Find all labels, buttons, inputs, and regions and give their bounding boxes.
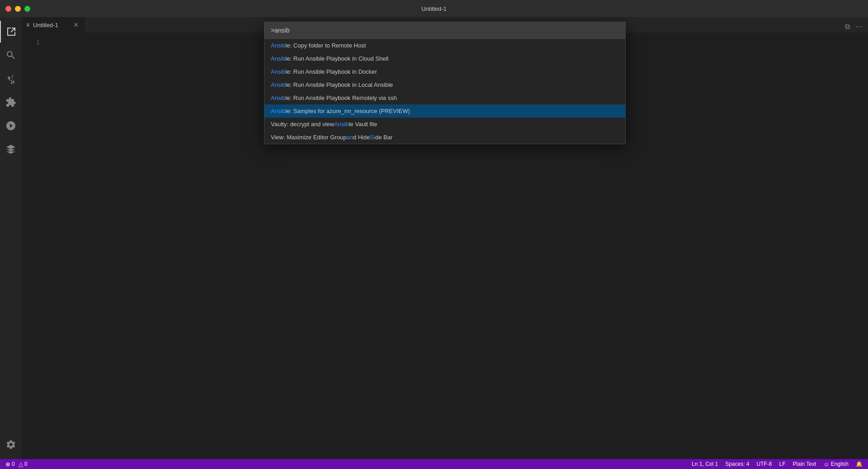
result-item-1[interactable]: Ansible: Run Ansible Playbook in Cloud S… [264, 52, 625, 65]
result-highlight-7b: Si [370, 134, 375, 141]
run-debug-activity-icon[interactable] [0, 115, 22, 137]
command-palette-overlay: Ansible: Copy folder to Remote Host Ansi… [22, 17, 868, 459]
result-highlight-0: Ansib [271, 42, 286, 49]
status-notifications[interactable]: 🔔 [852, 459, 866, 469]
language-text: Plain Text [793, 461, 816, 467]
status-errors[interactable]: ⊗ 0 △ 0 [2, 459, 31, 469]
extensions-activity-icon[interactable] [0, 91, 22, 113]
command-palette: Ansible: Copy folder to Remote Host Ansi… [264, 22, 626, 144]
status-bar-right: Ln 1, Col 1 Spaces: 4 UTF-8 LF Plain Tex… [688, 459, 868, 469]
result-plain-7b: d Hide [353, 134, 370, 141]
result-highlight-4: Ansib [271, 95, 286, 101]
result-highlight-7a: an [346, 134, 353, 141]
result-item-7[interactable]: View: Maximize Editor Group and Hide Sid… [264, 131, 625, 144]
encoding-text: UTF-8 [757, 461, 772, 467]
error-icon: ⊗ [5, 461, 10, 468]
main-container: ≡ Untitled-1 ✕ ⧉ ⋯ Ansible: Copy folder … [0, 17, 868, 459]
close-button[interactable] [5, 6, 11, 12]
window-title: Untitled-1 [421, 5, 447, 12]
result-item-5[interactable]: Ansible: Samples for azure_rm_resource (… [264, 104, 625, 118]
result-item-3[interactable]: Ansible: Run Ansible Playbook in Local A… [264, 78, 625, 91]
result-suffix-4: le: Run Ansible Playbook Remotely via ss… [286, 95, 397, 101]
locale-text: English [831, 461, 849, 467]
editor-area: ≡ Untitled-1 ✕ ⧉ ⋯ Ansible: Copy folder … [22, 17, 868, 459]
result-highlight-3: Ansib [271, 81, 286, 88]
status-encoding[interactable]: UTF-8 [753, 459, 776, 469]
result-plain-6a: Vaulty: decrypt and view [271, 121, 334, 128]
result-highlight-5: Ansib [271, 108, 286, 114]
traffic-lights [5, 6, 30, 12]
activity-bar-bottom [0, 434, 22, 459]
search-activity-icon[interactable] [0, 44, 22, 66]
result-highlight-1: Ansib [271, 55, 286, 62]
status-bar-left: ⊗ 0 △ 0 [0, 459, 31, 469]
status-locale[interactable]: ☺ English [820, 459, 852, 469]
status-spaces[interactable]: Spaces: 4 [722, 459, 753, 469]
result-suffix-0: le: Copy folder to Remote Host [286, 42, 366, 49]
position-text: Ln 1, Col 1 [692, 461, 718, 467]
result-item-6[interactable]: Vaulty: decrypt and view Ansible Vault f… [264, 118, 625, 131]
result-item-4[interactable]: Ansible: Run Ansible Playbook Remotely v… [264, 91, 625, 104]
result-suffix-3: le: Run Ansible Playbook in Local Ansibl… [286, 81, 393, 88]
command-palette-results: Ansible: Copy folder to Remote Host Ansi… [264, 39, 625, 144]
status-language[interactable]: Plain Text [789, 459, 820, 469]
result-plain-7a: View: Maximize Editor Group [271, 134, 346, 141]
result-plain-7c: de Bar [375, 134, 392, 141]
result-item-0[interactable]: Ansible: Copy folder to Remote Host [264, 39, 625, 52]
warning-icon: △ [19, 461, 23, 468]
source-control-activity-icon[interactable] [0, 68, 22, 90]
title-bar: Untitled-1 [0, 0, 868, 17]
explorer-activity-icon[interactable] [0, 21, 22, 43]
error-count: 0 [12, 461, 15, 467]
status-position[interactable]: Ln 1, Col 1 [688, 459, 722, 469]
result-suffix-1: le: Run Ansible Playbook in Cloud Shell [286, 55, 389, 62]
result-highlight-6: Ansib [334, 121, 349, 128]
warning-count: 0 [24, 461, 28, 467]
status-bar: ⊗ 0 △ 0 Ln 1, Col 1 Spaces: 4 UTF-8 LF P… [0, 459, 868, 469]
result-suffix-5: le: Samples for azure_rm_resource (PREVI… [286, 108, 410, 114]
status-line-ending[interactable]: LF [776, 459, 789, 469]
result-highlight-2: Ansib [271, 68, 286, 75]
result-item-2[interactable]: Ansible: Run Ansible Playbook in Docker [264, 65, 625, 78]
activity-bar-top [0, 21, 22, 434]
spaces-text: Spaces: 4 [725, 461, 749, 467]
locale-icon: ☺ [823, 461, 829, 468]
command-palette-input-wrapper [264, 22, 625, 39]
remote-activity-icon[interactable] [0, 138, 22, 160]
line-ending-text: LF [779, 461, 786, 467]
activity-bar [0, 17, 22, 459]
settings-activity-icon[interactable] [0, 434, 22, 455]
maximize-button[interactable] [24, 6, 30, 12]
result-suffix-2: le: Run Ansible Playbook in Docker [286, 68, 377, 75]
notification-bell-icon: 🔔 [856, 461, 863, 467]
command-palette-input[interactable] [264, 22, 625, 38]
result-plain-6b: le Vault file [349, 121, 377, 128]
minimize-button[interactable] [15, 6, 21, 12]
